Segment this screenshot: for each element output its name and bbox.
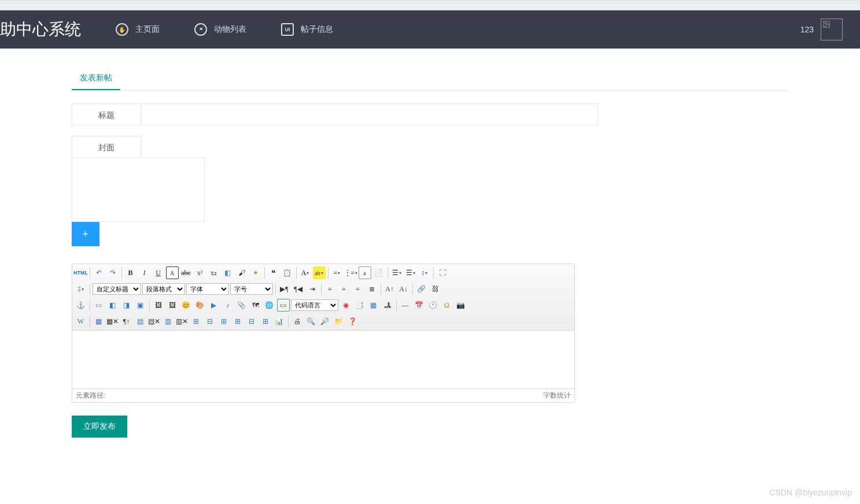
- webapp-button[interactable]: ◉: [339, 299, 352, 312]
- scrawl-button[interactable]: 🎨: [194, 299, 206, 312]
- underline-button[interactable]: U: [152, 266, 165, 279]
- rowspacing-top-button[interactable]: ☰▾: [390, 266, 403, 279]
- link-button[interactable]: 🔗: [415, 283, 428, 295]
- align-right-button[interactable]: ≡: [352, 283, 364, 295]
- map-button[interactable]: 🗺: [249, 299, 262, 312]
- font-border-button[interactable]: A: [166, 266, 179, 279]
- cleardoc-button[interactable]: 📄: [372, 266, 385, 279]
- lineheight-button[interactable]: ↕▾: [418, 266, 431, 279]
- backcolor-button[interactable]: ab▾: [313, 266, 326, 279]
- user-id[interactable]: 123: [800, 25, 814, 34]
- nav-animals[interactable]: ❝ 动物列表: [177, 10, 264, 49]
- help-button[interactable]: ❓: [346, 315, 359, 328]
- deleterow-button[interactable]: ▤✕: [148, 315, 161, 328]
- insert-image-button[interactable]: 🖼: [152, 299, 165, 312]
- video-button[interactable]: ▶: [208, 299, 220, 312]
- selectall-button[interactable]: a: [359, 266, 371, 279]
- separator: [90, 283, 90, 295]
- fontsize-select[interactable]: 字号: [230, 283, 273, 295]
- tab-new-post[interactable]: 发表新帖: [72, 67, 120, 90]
- bold-button[interactable]: B: [124, 266, 137, 279]
- directionality-button[interactable]: ‡▾: [75, 283, 87, 295]
- tolowercase-button[interactable]: A↓: [397, 283, 410, 295]
- custom-style-select[interactable]: 自定义标题: [93, 283, 141, 295]
- horizontal-button[interactable]: —: [399, 299, 412, 312]
- image-right-button[interactable]: ◨: [120, 299, 133, 312]
- publish-button[interactable]: 立即发布: [72, 416, 127, 438]
- anchor-button[interactable]: ⚓: [75, 299, 87, 312]
- fontfamily-select[interactable]: 字体: [186, 283, 229, 295]
- deletecol-button[interactable]: ▥✕: [176, 315, 189, 328]
- music-button[interactable]: ♪: [222, 299, 234, 312]
- format-brush-button[interactable]: 🖌: [235, 266, 248, 279]
- align-justify-button[interactable]: ≣: [366, 283, 378, 295]
- pasteplain-button[interactable]: 📋: [281, 266, 294, 279]
- inserttable-button[interactable]: ▦: [93, 315, 105, 328]
- ordered-list-button[interactable]: ≡▾: [331, 266, 344, 279]
- time-button[interactable]: 🕐: [427, 299, 440, 312]
- codelang-select[interactable]: 代码语言: [291, 299, 338, 311]
- nav-home[interactable]: ✋ 主页面: [98, 10, 177, 49]
- mergedown-button[interactable]: ⊞: [217, 315, 230, 328]
- image-center-button[interactable]: ▣: [134, 299, 147, 312]
- strikethrough-button[interactable]: abc: [180, 266, 193, 279]
- undo-button[interactable]: ↶: [93, 266, 105, 279]
- insertframe-button[interactable]: ▭: [277, 299, 290, 312]
- redo-button[interactable]: ↷: [106, 266, 119, 279]
- gmap-button[interactable]: 🌐: [263, 299, 276, 312]
- subscript-button[interactable]: x₂: [208, 266, 220, 279]
- blockquote-button[interactable]: ❝: [267, 266, 280, 279]
- unordered-list-button[interactable]: ⋮≡▾: [345, 266, 357, 279]
- attachment-button[interactable]: 📎: [235, 299, 248, 312]
- print-button[interactable]: 🖨: [291, 315, 304, 328]
- image-none-button[interactable]: ▭: [93, 299, 105, 312]
- rowspacing-bottom-button[interactable]: ☰▾: [404, 266, 417, 279]
- snapscreen-button[interactable]: 📷: [455, 299, 467, 312]
- ltr-button[interactable]: ▶¶: [278, 283, 291, 295]
- template-button[interactable]: ▦: [367, 299, 380, 312]
- separator: [264, 267, 265, 279]
- preview-button[interactable]: 🔍: [305, 315, 318, 328]
- searchreplace-button[interactable]: 🔎: [319, 315, 331, 328]
- spechars-button[interactable]: Ω: [441, 299, 453, 312]
- paragraph-select[interactable]: 段落格式: [142, 283, 185, 295]
- word-count[interactable]: 字数统计: [543, 391, 571, 401]
- indent-button[interactable]: ⇥: [306, 283, 319, 295]
- insertparagraphbefore-button[interactable]: ¶↑: [120, 315, 133, 328]
- deletetable-button[interactable]: ▦✕: [106, 315, 119, 328]
- splittorows-button[interactable]: ⊟: [245, 315, 258, 328]
- splittocells-button[interactable]: ⊞: [231, 315, 244, 328]
- date-button[interactable]: 📅: [413, 299, 426, 312]
- superscript-button[interactable]: x²: [194, 266, 206, 279]
- image-left-button[interactable]: ◧: [106, 299, 119, 312]
- autotypeset-button[interactable]: ✦: [249, 266, 262, 279]
- unlink-button[interactable]: ⛓: [429, 283, 442, 295]
- eraser-button[interactable]: ◧: [222, 266, 234, 279]
- emotion-button[interactable]: 😊: [180, 299, 193, 312]
- align-left-button[interactable]: ≡: [324, 283, 337, 295]
- mergeright-button[interactable]: ⊟: [204, 315, 216, 328]
- editor-content[interactable]: [72, 331, 574, 388]
- html-source-button[interactable]: HTML: [75, 266, 87, 279]
- fullscreen-button[interactable]: ⛶: [436, 266, 449, 279]
- touppercase-button[interactable]: A↑: [383, 283, 396, 295]
- add-cover-button[interactable]: +: [72, 222, 99, 246]
- italic-button[interactable]: I: [138, 266, 151, 279]
- nav-posts[interactable]: UI 帖子信息: [264, 10, 350, 49]
- separator: [296, 267, 297, 279]
- mergecells-button[interactable]: ⊞: [190, 315, 202, 328]
- multi-image-button[interactable]: 🖼: [166, 299, 179, 312]
- insertcol-button[interactable]: ▥: [162, 315, 175, 328]
- charts-button[interactable]: 📊: [273, 315, 286, 328]
- forecolor-button[interactable]: A▾: [299, 266, 312, 279]
- background-button[interactable]: 🏞: [381, 299, 394, 312]
- wordimage-button[interactable]: W: [75, 315, 87, 328]
- pagebreak-button[interactable]: 📑: [353, 299, 366, 312]
- align-center-button[interactable]: ≡: [338, 283, 350, 295]
- insertrow-button[interactable]: ▤: [134, 315, 147, 328]
- splittocols-button[interactable]: ⊞: [259, 315, 272, 328]
- drafts-button[interactable]: 📁: [333, 315, 345, 328]
- rtl-button[interactable]: ¶◀: [292, 283, 305, 295]
- title-input[interactable]: [141, 103, 598, 125]
- avatar[interactable]: [821, 18, 843, 40]
